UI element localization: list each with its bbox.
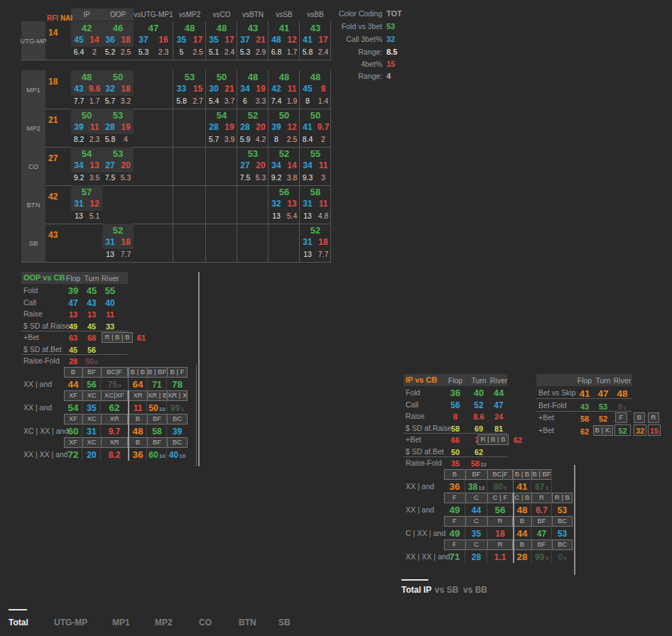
table-scrollbar[interactable]	[574, 465, 575, 575]
grid-cell-fold-value: 50	[206, 71, 237, 83]
grid-cell-call-raise: 2720	[102, 160, 134, 170]
tab-vs-bb[interactable]: vs BB	[463, 585, 487, 595]
stat-value: 0	[618, 402, 622, 411]
color-coding-value: 53	[386, 22, 415, 31]
stat-value: 45	[87, 322, 96, 331]
freq-value: 5.2	[102, 48, 118, 56]
call-value: 27	[102, 160, 118, 170]
raise-value: 9.6	[87, 84, 102, 94]
tab-sb[interactable]: SB	[278, 618, 291, 627]
matrix-cell: 31	[82, 425, 101, 437]
grid-rfi-value: 18	[48, 77, 70, 87]
stat-cell: 13	[64, 308, 82, 319]
stat-cell: 13	[82, 308, 101, 319]
call-value: 39	[71, 122, 87, 132]
tab-co[interactable]: CO	[199, 618, 212, 627]
color-coding-value: 8.5	[386, 48, 415, 56]
freq2-value: 4.8	[315, 212, 331, 220]
grid-cell-call-raise: 4514	[71, 35, 102, 45]
matrix-col-divider	[146, 414, 147, 437]
stat-value-subscript: 3	[545, 485, 548, 491]
grid-cell-freqs: 5.22.5	[102, 48, 134, 56]
raise-value: 17	[315, 35, 331, 45]
grid-cell-fold-value: 48	[71, 71, 102, 83]
freq-value: 5.9	[237, 135, 253, 143]
grid-cell-call-raise: 3021	[206, 84, 237, 94]
freq-value: 8.4	[300, 135, 315, 143]
grid-cell-call-raise: 3118	[300, 237, 331, 247]
matrix-col-divider	[465, 493, 465, 516]
bet-vs-skip-table: FlopTurnRiverBet vs Skip414748Bet-Fold43…	[536, 374, 671, 442]
tab-btn[interactable]: BTN	[239, 618, 256, 627]
matrix-cell: 759	[101, 378, 128, 390]
freq-value: 5.7	[206, 135, 222, 143]
tab-mp1[interactable]: MP1	[112, 618, 130, 627]
stat-value-subscript: 12	[480, 461, 487, 468]
stat-value: 1.1	[494, 552, 506, 562]
call-value: 41	[300, 35, 315, 45]
stat-value-subscript: 5	[504, 485, 506, 491]
stat-cell: 56	[446, 399, 465, 410]
grid-row-label: BTN	[21, 185, 45, 224]
stat-value: 44	[472, 505, 481, 515]
grid-cell-freqs: 5.73.2	[102, 97, 134, 105]
matrix-row-label: XX | XX | and	[23, 450, 68, 459]
grid-cell-freqs: 81.4	[300, 97, 331, 105]
matrix-cell: 48	[513, 504, 531, 515]
stat-row-label: Raise-Fold	[23, 356, 60, 365]
stat-value-subscript: 1	[180, 406, 183, 412]
grid-cell-freqs: 63.3	[237, 97, 269, 105]
matrix-header: R	[531, 493, 552, 503]
tab-mp2[interactable]: MP2	[155, 618, 173, 627]
bvs-row-label: Bet vs Skip	[538, 388, 576, 397]
grid-row-CO: CO275434139.23.55327207.55.35327207.55.3…	[21, 147, 331, 186]
matrix-row-label: XX | and	[23, 403, 52, 412]
runout-box-label: R | B | B	[102, 332, 133, 343]
freq-value: 5.1	[206, 48, 222, 56]
stat-value: 31	[87, 427, 96, 437]
tab-utg-mp[interactable]: UTG-MP	[54, 618, 87, 627]
grid-cell-call-raise: 3112	[71, 199, 102, 209]
grid-row-label: MP1	[21, 70, 45, 109]
tab-total-ip[interactable]: Total IP	[401, 585, 431, 595]
freq-value: 13	[300, 212, 315, 220]
stat-row-label: $ SD af.Raise	[406, 424, 452, 432]
raise-value: 14	[284, 160, 300, 170]
table-scrollbar[interactable]	[198, 272, 200, 466]
grid-cell-call-raise: 2820	[237, 122, 269, 132]
freq2-value: 5.3	[118, 173, 134, 182]
matrix-col-divider	[487, 539, 487, 563]
stat-cell: 55	[101, 285, 119, 296]
grid-cell-call-raise: 3517	[173, 35, 206, 45]
matrix-header: BC	[552, 516, 573, 527]
freq2-value: 3	[315, 173, 331, 182]
matrix-header: R	[487, 539, 513, 550]
matrix-cell: 36	[129, 449, 147, 460]
freq-value: 6.8	[269, 48, 284, 56]
grid-cell-freqs: 9.23.5	[71, 173, 102, 182]
grid-col-header-vsUTG-MP1: vsUTG-MP1	[134, 11, 173, 18]
stat-cell: 47	[489, 399, 508, 410]
stat-value: 48	[132, 426, 143, 437]
active-tab-indicator	[401, 579, 428, 581]
matrix-cell: 20	[82, 449, 101, 460]
matrix-cell: 48	[129, 425, 147, 437]
tab-total[interactable]: Total	[9, 618, 28, 627]
freq-value: 5.4	[206, 97, 222, 105]
bvs-separator	[536, 411, 632, 412]
grid-col-header-vsMP2: vsMP2	[173, 11, 206, 18]
grid-cell-fold-value: 48	[237, 71, 269, 83]
grid-col-divider	[237, 185, 237, 224]
stat-value: 13	[87, 310, 96, 319]
freq-value: 13	[269, 212, 284, 220]
freq2-value: 3.7	[222, 97, 237, 105]
tab-vs-sb[interactable]: vs SB	[435, 585, 458, 595]
bvs-row-label: +Bet	[538, 413, 554, 422]
matrix-cell: 1.1	[487, 551, 513, 562]
freq-value: 13	[71, 212, 87, 220]
stat-row: Call474340	[21, 297, 199, 308]
grid-cell-freqs: 137.7	[300, 250, 331, 258]
grid-rfi-value: 43	[48, 230, 70, 240]
stat-value: 47	[537, 529, 546, 539]
matrix-cell: 6.7	[531, 504, 552, 515]
